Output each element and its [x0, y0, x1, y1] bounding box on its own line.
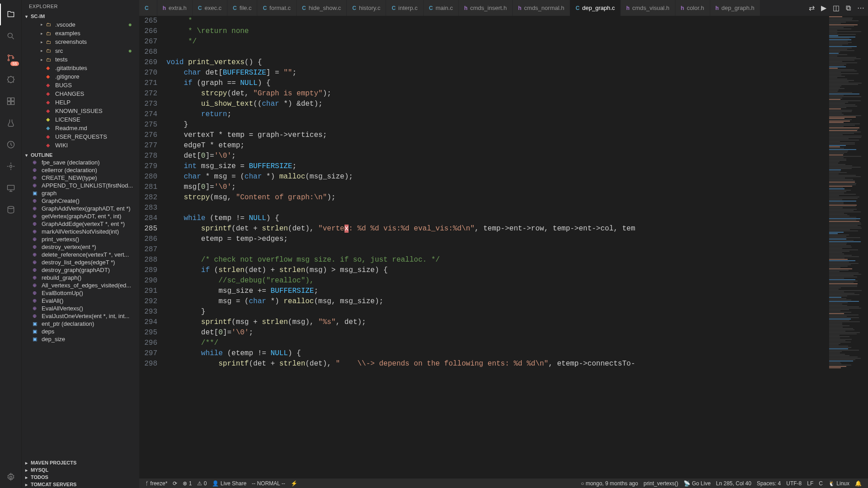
tab-exec.c[interactable]: Cexec.c — [193, 0, 227, 16]
outline-GraphAddVertex-graphADT--ent---[interactable]: ⊕GraphAddVertex(graphADT, ent *) — [22, 205, 139, 212]
explorer-icon[interactable] — [0, 4, 22, 25]
gitlens-icon[interactable] — [0, 155, 22, 177]
database-icon[interactable] — [0, 199, 22, 221]
section-mysql[interactable]: ▸MYSQL — [22, 466, 139, 474]
outline-header[interactable]: ▾OUTLINE — [22, 151, 139, 159]
compare-icon[interactable]: ⇄ — [809, 4, 815, 12]
code-body[interactable]: * * \return none */void print_vertexs() … — [166, 16, 827, 478]
code-line-284[interactable]: while (temp != NULL) { — [166, 213, 827, 224]
code-line-280[interactable]: char * msg = (char *) malloc(msg_size); — [166, 172, 827, 182]
more-icon[interactable]: ⋯ — [857, 4, 864, 12]
code-line-270[interactable]: char det[BUFFERSIZE] = ""; — [166, 68, 827, 78]
code-line-276[interactable]: vertexT * temp = graph->vertices; — [166, 130, 827, 141]
outline-markAllVerticesNotVisited-int-[interactable]: ⊕markAllVerticesNotVisited(int) — [22, 228, 139, 235]
remote-icon[interactable] — [0, 177, 22, 199]
folder-tests[interactable]: ▸🗀tests — [22, 55, 139, 64]
outline-getVertex-graphADT--ent----int-[interactable]: ⊕getVertex(graphADT, ent *, int) — [22, 212, 139, 220]
outline-EvalJustOneVertex-ent----int--int---[interactable]: ⊕EvalJustOneVertex(ent *, int, int... — [22, 312, 139, 320]
status-live-share[interactable]: 👤 Live Share — [209, 480, 249, 487]
outline-deps[interactable]: ▣deps — [22, 328, 139, 335]
split-icon[interactable]: ◫ — [833, 4, 840, 12]
code-line-266[interactable]: * \return none — [166, 26, 827, 37]
run-icon[interactable]: ▶ — [821, 4, 826, 12]
status-platform[interactable]: 🐧 Linux — [826, 480, 852, 487]
code-line-272[interactable]: strcpy(det, "Graph is empty"); — [166, 89, 827, 99]
file-.gitattributes[interactable]: ◆.gitattributes — [22, 64, 139, 72]
code-line-278[interactable]: det[0]='\0'; — [166, 151, 827, 161]
file-KNOWN_ISSUES[interactable]: ◆KNOWN_ISSUES — [22, 107, 139, 115]
outline-dep-size[interactable]: ▣dep_size — [22, 335, 139, 343]
source-control-icon[interactable]: 55 — [0, 47, 22, 69]
code-line-291[interactable]: msg_size += BUFFERSIZE; — [166, 286, 827, 296]
outline-graph[interactable]: ▣graph — [22, 189, 139, 197]
settings-icon[interactable] — [0, 466, 22, 488]
section-tomcat-servers[interactable]: ▸TOMCAT SERVERS — [22, 481, 139, 488]
file-CHANGES[interactable]: ◆CHANGES — [22, 89, 139, 98]
code-line-282[interactable]: strcpy(msg, "Content of graph:\n"); — [166, 192, 827, 203]
outline-EvalAllVertexs--[interactable]: ⊕EvalAllVertexs() — [22, 305, 139, 312]
code-line-287[interactable] — [166, 244, 827, 255]
test-icon[interactable] — [0, 112, 22, 134]
outline-EvalAll--[interactable]: ⊕EvalAll() — [22, 297, 139, 305]
outline-delete-reference-vertexT----vert---[interactable]: ⊕delete_reference(vertexT *, vert... — [22, 251, 139, 258]
status-eol[interactable]: LF — [804, 480, 816, 487]
timeline-icon[interactable] — [0, 134, 22, 155]
tab-extra.h[interactable]: hextra.h — [157, 0, 193, 16]
file-LICENSE[interactable]: ◆LICENSE — [22, 115, 139, 124]
extensions-icon[interactable] — [0, 90, 22, 112]
tab-history.c[interactable]: Chistory.c — [347, 0, 386, 16]
status-notifications[interactable]: 🔔 — [852, 480, 864, 487]
code-line-279[interactable]: int msg_size = BUFFERSIZE; — [166, 161, 827, 172]
diff-icon[interactable]: ⧉ — [846, 4, 851, 12]
code-line-289[interactable]: if (strlen(det) + strlen(msg) > msg_size… — [166, 265, 827, 276]
tab-overflow[interactable]: C — [139, 0, 157, 16]
tab-dep_graph.c[interactable]: Cdep_graph.c — [570, 0, 621, 16]
tab-color.h[interactable]: hcolor.h — [675, 0, 710, 16]
outline-print-vertexs--[interactable]: ⊕print_vertexs() — [22, 235, 139, 243]
search-icon[interactable] — [0, 25, 22, 47]
code-line-285[interactable]: sprintf(det + strlen(det), "vertex: %d %… — [166, 224, 827, 234]
status-language[interactable]: C — [816, 480, 826, 487]
tab-format.c[interactable]: Cformat.c — [257, 0, 297, 16]
status-bolt[interactable]: ⚡ — [288, 480, 300, 487]
file-BUGS[interactable]: ◆BUGS — [22, 81, 139, 89]
code-line-265[interactable]: * — [166, 16, 827, 26]
file-WIKI[interactable]: ◆WIKI — [22, 141, 139, 150]
code-line-269[interactable]: void print_vertexs() { — [166, 57, 827, 68]
code-line-295[interactable]: det[0]='\0'; — [166, 328, 827, 338]
file-.gitignore[interactable]: ◆.gitignore — [22, 72, 139, 81]
tab-interp.c[interactable]: Cinterp.c — [386, 0, 423, 16]
code-line-283[interactable] — [166, 203, 827, 213]
status-git-branch[interactable]: ᚶ freeze* — [143, 480, 170, 487]
outline-cellerror--declaration-[interactable]: ⊕cellerror (declaration) — [22, 166, 139, 174]
folder-examples[interactable]: ▸🗀examples — [22, 29, 139, 38]
outline-GraphAddEdge-vertexT----ent---[interactable]: ⊕GraphAddEdge(vertexT *, ent *) — [22, 220, 139, 228]
status-go-live[interactable]: 📡 Go Live — [681, 480, 713, 487]
editor-content[interactable]: 2652662672682692702712722732742752762772… — [139, 16, 868, 478]
project-header[interactable]: ▾SC-IM — [22, 13, 139, 20]
code-line-274[interactable]: return; — [166, 109, 827, 120]
outline-destroy-graph-graphADT-[interactable]: ⊕destroy_graph(graphADT) — [22, 266, 139, 274]
outline-CREATE-NEW-type-[interactable]: ⊕CREATE_NEW(type) — [22, 174, 139, 182]
status-indentation[interactable]: Spaces: 4 — [754, 480, 783, 487]
code-line-298[interactable]: sprintf(det + strlen(det), " \\-> depend… — [166, 359, 827, 369]
status-errors[interactable]: ⊗ 1 — [180, 480, 194, 487]
status-warnings[interactable]: ⚠ 0 — [194, 480, 209, 487]
status-breadcrumb[interactable]: print_vertexs() — [641, 480, 681, 487]
status-cursor-position[interactable]: Ln 285, Col 40 — [713, 480, 754, 487]
code-line-268[interactable] — [166, 47, 827, 57]
outline-GraphCreate--[interactable]: ⊕GraphCreate() — [22, 197, 139, 205]
tab-cmds_normal.h[interactable]: hcmds_normal.h — [513, 0, 570, 16]
code-line-271[interactable]: if (graph == NULL) { — [166, 78, 827, 89]
tab-cmds_insert.h[interactable]: hcmds_insert.h — [459, 0, 513, 16]
file-HELP[interactable]: ◆HELP — [22, 98, 139, 107]
debug-icon[interactable] — [0, 69, 22, 90]
folder-src[interactable]: ▸🗀src● — [22, 46, 139, 55]
code-line-290[interactable]: //sc_debug("realloc"), — [166, 276, 827, 286]
code-line-267[interactable]: */ — [166, 37, 827, 47]
section-maven-projects[interactable]: ▸MAVEN PROJECTS — [22, 459, 139, 466]
code-line-288[interactable]: /* check not overflow msg size. if so, j… — [166, 255, 827, 265]
file-Readme.md[interactable]: ◆Readme.md — [22, 124, 139, 132]
code-line-277[interactable]: edgeT * etemp; — [166, 141, 827, 151]
code-line-296[interactable]: /**/ — [166, 338, 827, 348]
